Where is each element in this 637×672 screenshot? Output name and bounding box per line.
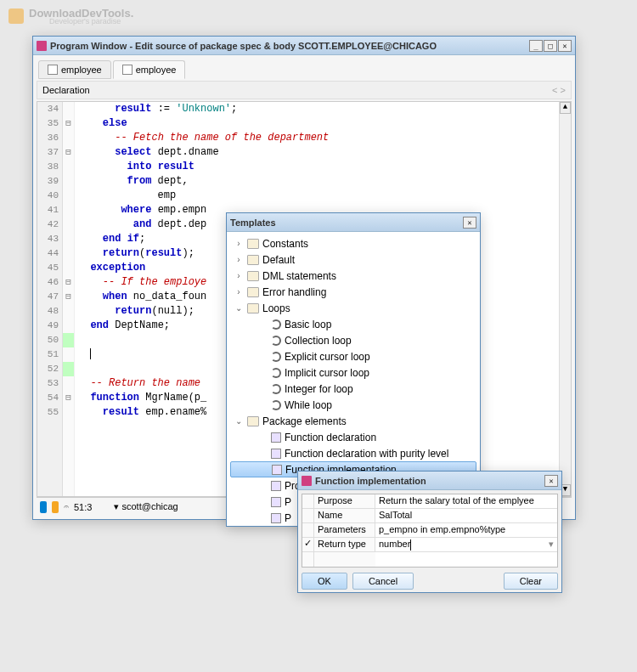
template-label: Basic loop	[285, 319, 331, 330]
template-label: Loops	[262, 302, 290, 314]
template-item[interactable]: Explicit cursor loop	[230, 348, 476, 364]
field-value[interactable]: SalTotal	[375, 509, 557, 522]
template-label: While loop	[285, 399, 332, 411]
field-value[interactable]: number▾	[375, 538, 557, 551]
template-label: Function declaration	[285, 432, 376, 443]
field-label: Return type	[314, 538, 375, 551]
row-check[interactable]	[302, 494, 314, 508]
folder-icon	[247, 303, 259, 313]
tree-toggle-icon[interactable]: ›	[234, 239, 244, 248]
fold-gutter[interactable]: ⊟⊟⊟⊟⊟	[63, 102, 75, 496]
pkg-icon	[271, 449, 281, 459]
folder-icon	[247, 287, 259, 297]
declaration-bar[interactable]: Declaration < >	[37, 81, 572, 99]
form-row[interactable]: ✓Return typenumber▾	[302, 538, 557, 552]
loop-icon	[271, 352, 281, 362]
template-item[interactable]: ›Error handling	[230, 284, 476, 300]
form-row[interactable]: PurposeReturn the salary total of the em…	[302, 494, 557, 509]
template-item[interactable]: Function declaration	[230, 429, 476, 445]
folder-icon	[247, 271, 259, 281]
dialog-icon	[302, 476, 312, 486]
loop-icon	[271, 336, 281, 346]
dialog-titlebar[interactable]: Function implementation ✕	[298, 472, 561, 490]
editor-tabs: employee employee	[37, 59, 572, 79]
pkg-icon	[271, 513, 281, 523]
loop-icon	[271, 368, 281, 378]
tree-toggle-icon[interactable]: ›	[234, 271, 244, 280]
pkg-icon	[271, 481, 281, 491]
pkg-icon	[271, 497, 281, 507]
field-label: Parameters	[314, 523, 375, 537]
template-label: Constants	[262, 238, 308, 250]
program-window-icon	[37, 41, 47, 51]
tree-toggle-icon[interactable]: ⌄	[234, 303, 244, 313]
line-gutter: 3435363738394041424344454647484950515253…	[37, 102, 63, 496]
template-item[interactable]: ⌄Loops	[230, 300, 476, 316]
template-label: Explicit cursor loop	[285, 351, 370, 363]
dialog-title: Function implementation	[315, 476, 544, 486]
row-check[interactable]	[302, 523, 314, 537]
template-item[interactable]: ⌄Package elements	[230, 413, 476, 429]
loop-icon	[271, 400, 281, 410]
pkg-icon	[272, 465, 282, 475]
watermark-icon	[8, 8, 24, 24]
cursor-position: 51:3	[74, 502, 92, 512]
tree-toggle-icon[interactable]: ›	[234, 287, 244, 296]
scroll-up-button[interactable]: ▲	[560, 102, 571, 114]
templates-titlebar[interactable]: Templates ✕	[227, 213, 480, 232]
folder-icon	[247, 416, 259, 426]
template-item[interactable]: ›Constants	[230, 235, 476, 251]
package-body-icon	[122, 65, 132, 75]
template-label: Package elements	[262, 415, 347, 427]
field-value[interactable]: Return the salary total of the emplyee	[375, 494, 557, 508]
template-label: Error handling	[262, 286, 326, 298]
template-item[interactable]: ›Default	[230, 251, 476, 268]
close-button[interactable]: ✕	[558, 40, 572, 52]
row-check[interactable]	[302, 509, 314, 522]
template-item[interactable]: Collection loop	[230, 332, 476, 348]
field-label: Purpose	[314, 494, 375, 508]
template-item[interactable]: Function declaration with purity level	[230, 445, 476, 461]
template-label: Function declaration with purity level	[285, 448, 448, 460]
template-item[interactable]: Basic loop	[230, 316, 476, 332]
page-watermark: DownloadDevTools. Developer's paradise	[8, 7, 133, 25]
field-label: Name	[314, 509, 375, 522]
clear-button[interactable]: Clear	[504, 573, 558, 590]
templates-close-button[interactable]: ✕	[463, 217, 476, 229]
status-indicator-1	[40, 501, 47, 513]
declaration-nav[interactable]: < >	[552, 85, 566, 95]
folder-icon	[247, 255, 259, 265]
function-implementation-dialog: Function implementation ✕ PurposeReturn …	[297, 471, 562, 593]
tree-toggle-icon[interactable]: ⌄	[234, 416, 244, 426]
template-item[interactable]: Implicit cursor loop	[230, 364, 476, 381]
template-item[interactable]: Integer for loop	[230, 381, 476, 397]
loop-icon	[271, 319, 281, 330]
tab-employee-spec[interactable]: employee	[38, 60, 111, 79]
editor-scrollbar[interactable]: ▲ ▼	[559, 102, 571, 496]
templates-title: Templates	[230, 217, 463, 228]
template-item[interactable]: While loop	[230, 397, 476, 413]
tab-employee-body[interactable]: employee	[113, 60, 186, 79]
connection-label[interactable]: scott@chicag	[121, 501, 178, 511]
dialog-close-button[interactable]: ✕	[544, 475, 558, 487]
package-spec-icon	[48, 65, 58, 75]
pkg-icon	[271, 432, 281, 443]
minimize-button[interactable]: _	[529, 40, 543, 52]
maximize-button[interactable]: □	[544, 40, 557, 52]
form-row[interactable]: Parametersp_empno in emp.empno%type	[302, 523, 557, 538]
template-label: Default	[262, 254, 295, 266]
field-value[interactable]: p_empno in emp.empno%type	[375, 523, 557, 537]
tree-toggle-icon[interactable]: ›	[234, 255, 244, 264]
template-label: Implicit cursor loop	[285, 367, 369, 379]
row-check[interactable]: ✓	[302, 538, 314, 551]
folder-icon	[247, 239, 259, 249]
program-window-titlebar[interactable]: Program Window - Edit source of package …	[33, 37, 575, 55]
template-label: Integer for loop	[285, 383, 353, 395]
form-row[interactable]: NameSalTotal	[302, 509, 557, 523]
template-label: Collection loop	[285, 335, 352, 347]
dialog-form[interactable]: PurposeReturn the salary total of the em…	[302, 494, 558, 568]
template-label: DML statements	[262, 270, 336, 282]
cancel-button[interactable]: Cancel	[352, 573, 414, 590]
ok-button[interactable]: OK	[302, 573, 347, 590]
template-item[interactable]: ›DML statements	[230, 268, 476, 284]
